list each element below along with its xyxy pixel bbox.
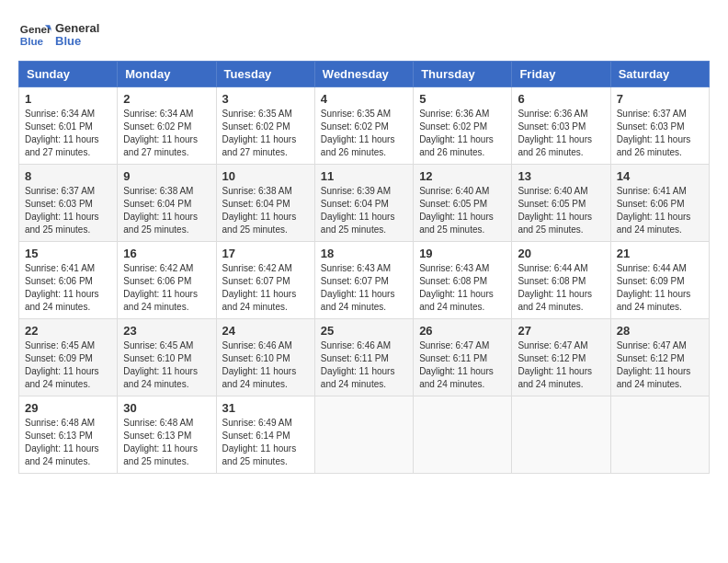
calendar-day-14: 14Sunrise: 6:41 AMSunset: 6:06 PMDayligh… xyxy=(610,165,709,242)
empty-cell xyxy=(314,396,413,474)
day-number: 13 xyxy=(518,169,604,183)
day-number: 4 xyxy=(321,92,407,106)
logo-icon: General Blue xyxy=(18,18,51,52)
calendar-week-4: 22Sunrise: 6:45 AMSunset: 6:09 PMDayligh… xyxy=(19,319,710,396)
day-info: Sunrise: 6:44 AMSunset: 6:08 PMDaylight:… xyxy=(518,262,604,314)
day-info: Sunrise: 6:43 AMSunset: 6:07 PMDaylight:… xyxy=(321,262,407,314)
day-number: 15 xyxy=(25,247,111,260)
day-info: Sunrise: 6:34 AMSunset: 6:01 PMDaylight:… xyxy=(25,108,111,159)
day-info: Sunrise: 6:37 AMSunset: 6:03 PMDaylight:… xyxy=(25,185,111,236)
day-number: 9 xyxy=(123,169,210,183)
calendar-day-29: 29Sunrise: 6:48 AMSunset: 6:13 PMDayligh… xyxy=(19,396,118,474)
day-number: 6 xyxy=(518,92,604,106)
calendar-day-16: 16Sunrise: 6:42 AMSunset: 6:06 PMDayligh… xyxy=(118,242,216,319)
day-info: Sunrise: 6:45 AMSunset: 6:09 PMDaylight:… xyxy=(25,339,111,391)
day-number: 17 xyxy=(222,247,309,260)
day-info: Sunrise: 6:46 AMSunset: 6:10 PMDaylight:… xyxy=(222,339,309,391)
day-info: Sunrise: 6:42 AMSunset: 6:07 PMDaylight:… xyxy=(222,262,309,314)
calendar-day-13: 13Sunrise: 6:40 AMSunset: 6:05 PMDayligh… xyxy=(512,165,610,242)
day-number: 22 xyxy=(25,324,111,338)
day-info: Sunrise: 6:35 AMSunset: 6:02 PMDaylight:… xyxy=(222,108,309,159)
day-info: Sunrise: 6:40 AMSunset: 6:05 PMDaylight:… xyxy=(518,185,604,236)
day-number: 18 xyxy=(321,247,407,260)
calendar-day-6: 6Sunrise: 6:36 AMSunset: 6:03 PMDaylight… xyxy=(512,87,610,165)
calendar-day-9: 9Sunrise: 6:38 AMSunset: 6:04 PMDaylight… xyxy=(118,165,216,242)
day-number: 14 xyxy=(617,169,703,183)
calendar-day-12: 12Sunrise: 6:40 AMSunset: 6:05 PMDayligh… xyxy=(414,165,512,242)
calendar-table: SundayMondayTuesdayWednesdayThursdayFrid… xyxy=(18,61,710,474)
svg-text:General: General xyxy=(20,23,51,35)
calendar-day-8: 8Sunrise: 6:37 AMSunset: 6:03 PMDaylight… xyxy=(19,165,118,242)
calendar-day-5: 5Sunrise: 6:36 AMSunset: 6:02 PMDaylight… xyxy=(414,87,512,165)
empty-cell xyxy=(414,396,512,474)
day-info: Sunrise: 6:47 AMSunset: 6:11 PMDaylight:… xyxy=(419,339,506,391)
calendar-day-21: 21Sunrise: 6:44 AMSunset: 6:09 PMDayligh… xyxy=(610,242,709,319)
calendar-day-23: 23Sunrise: 6:45 AMSunset: 6:10 PMDayligh… xyxy=(118,319,216,396)
calendar-day-19: 19Sunrise: 6:43 AMSunset: 6:08 PMDayligh… xyxy=(414,242,512,319)
calendar-day-20: 20Sunrise: 6:44 AMSunset: 6:08 PMDayligh… xyxy=(512,242,610,319)
day-number: 8 xyxy=(25,169,111,183)
day-info: Sunrise: 6:44 AMSunset: 6:09 PMDaylight:… xyxy=(617,262,703,314)
logo-general: General xyxy=(55,22,99,35)
day-info: Sunrise: 6:36 AMSunset: 6:02 PMDaylight:… xyxy=(419,108,506,159)
calendar-day-26: 26Sunrise: 6:47 AMSunset: 6:11 PMDayligh… xyxy=(414,319,512,396)
day-number: 21 xyxy=(617,247,703,260)
calendar-day-15: 15Sunrise: 6:41 AMSunset: 6:06 PMDayligh… xyxy=(19,242,118,319)
header-thursday: Thursday xyxy=(414,62,512,87)
header-tuesday: Tuesday xyxy=(216,62,314,87)
day-info: Sunrise: 6:39 AMSunset: 6:04 PMDaylight:… xyxy=(321,185,407,236)
header-sunday: Sunday xyxy=(19,62,118,87)
day-info: Sunrise: 6:38 AMSunset: 6:04 PMDaylight:… xyxy=(123,185,210,236)
calendar-day-11: 11Sunrise: 6:39 AMSunset: 6:04 PMDayligh… xyxy=(314,165,413,242)
day-number: 28 xyxy=(617,324,703,338)
day-info: Sunrise: 6:43 AMSunset: 6:08 PMDaylight:… xyxy=(419,262,506,314)
day-number: 2 xyxy=(123,92,210,106)
day-info: Sunrise: 6:45 AMSunset: 6:10 PMDaylight:… xyxy=(123,339,210,391)
calendar-week-2: 8Sunrise: 6:37 AMSunset: 6:03 PMDaylight… xyxy=(19,165,710,242)
day-info: Sunrise: 6:48 AMSunset: 6:13 PMDaylight:… xyxy=(25,417,111,468)
calendar-day-1: 1Sunrise: 6:34 AMSunset: 6:01 PMDaylight… xyxy=(19,87,118,165)
day-info: Sunrise: 6:37 AMSunset: 6:03 PMDaylight:… xyxy=(617,108,703,159)
calendar-day-25: 25Sunrise: 6:46 AMSunset: 6:11 PMDayligh… xyxy=(314,319,413,396)
day-number: 29 xyxy=(25,401,111,415)
day-number: 16 xyxy=(123,247,210,260)
day-info: Sunrise: 6:40 AMSunset: 6:05 PMDaylight:… xyxy=(419,185,506,236)
calendar-day-27: 27Sunrise: 6:47 AMSunset: 6:12 PMDayligh… xyxy=(512,319,610,396)
day-info: Sunrise: 6:41 AMSunset: 6:06 PMDaylight:… xyxy=(25,262,111,314)
day-info: Sunrise: 6:49 AMSunset: 6:14 PMDaylight:… xyxy=(222,417,309,468)
calendar-day-22: 22Sunrise: 6:45 AMSunset: 6:09 PMDayligh… xyxy=(19,319,118,396)
day-number: 30 xyxy=(123,401,210,415)
calendar-day-24: 24Sunrise: 6:46 AMSunset: 6:10 PMDayligh… xyxy=(216,319,314,396)
calendar-week-3: 15Sunrise: 6:41 AMSunset: 6:06 PMDayligh… xyxy=(19,242,710,319)
day-number: 26 xyxy=(419,324,506,338)
day-number: 7 xyxy=(617,92,703,106)
logo-blue: Blue xyxy=(55,35,99,48)
calendar-header-row: SundayMondayTuesdayWednesdayThursdayFrid… xyxy=(19,62,710,87)
day-info: Sunrise: 6:35 AMSunset: 6:02 PMDaylight:… xyxy=(321,108,407,159)
empty-cell xyxy=(610,396,709,474)
day-number: 27 xyxy=(518,324,604,338)
day-number: 1 xyxy=(25,92,111,106)
day-number: 5 xyxy=(419,92,506,106)
calendar-day-7: 7Sunrise: 6:37 AMSunset: 6:03 PMDaylight… xyxy=(610,87,709,165)
day-info: Sunrise: 6:34 AMSunset: 6:02 PMDaylight:… xyxy=(123,108,210,159)
logo: General Blue General Blue xyxy=(18,18,99,52)
day-number: 19 xyxy=(419,247,506,260)
header: General Blue General Blue xyxy=(18,18,710,52)
calendar-week-1: 1Sunrise: 6:34 AMSunset: 6:01 PMDaylight… xyxy=(19,87,710,165)
day-number: 20 xyxy=(518,247,604,260)
calendar-day-30: 30Sunrise: 6:48 AMSunset: 6:13 PMDayligh… xyxy=(118,396,216,474)
calendar-day-17: 17Sunrise: 6:42 AMSunset: 6:07 PMDayligh… xyxy=(216,242,314,319)
calendar-day-28: 28Sunrise: 6:47 AMSunset: 6:12 PMDayligh… xyxy=(610,319,709,396)
day-number: 11 xyxy=(321,169,407,183)
calendar-day-4: 4Sunrise: 6:35 AMSunset: 6:02 PMDaylight… xyxy=(314,87,413,165)
header-monday: Monday xyxy=(118,62,216,87)
day-info: Sunrise: 6:36 AMSunset: 6:03 PMDaylight:… xyxy=(518,108,604,159)
day-number: 3 xyxy=(222,92,309,106)
header-friday: Friday xyxy=(512,62,610,87)
day-info: Sunrise: 6:47 AMSunset: 6:12 PMDaylight:… xyxy=(617,339,703,391)
day-number: 24 xyxy=(222,324,309,338)
header-wednesday: Wednesday xyxy=(314,62,413,87)
day-info: Sunrise: 6:42 AMSunset: 6:06 PMDaylight:… xyxy=(123,262,210,314)
calendar-day-2: 2Sunrise: 6:34 AMSunset: 6:02 PMDaylight… xyxy=(118,87,216,165)
